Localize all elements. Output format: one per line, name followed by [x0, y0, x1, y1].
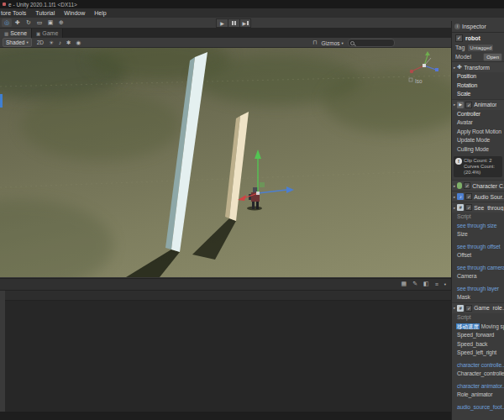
moving-speed-rest: Moving sp... [480, 323, 504, 329]
tag-row: Tag Untagged [452, 43, 504, 52]
shading-mode-dropdown[interactable]: Shaded ▾ [3, 38, 32, 47]
hidden-objects-toggle[interactable]: ◉ [76, 39, 81, 46]
offset-field-row[interactable]: Offset [452, 251, 504, 260]
menu-item-window[interactable]: Window [64, 10, 85, 16]
animator-update-mode-row[interactable]: Update Mode [452, 136, 504, 145]
snap-icon[interactable]: ⊓ [312, 39, 317, 46]
foldout-icon[interactable]: ▸ [454, 102, 455, 107]
step-button[interactable]: ▶ [239, 18, 251, 28]
split-view-icon[interactable]: ◧ [423, 281, 429, 287]
game-role-checkbox[interactable]: ✓ [465, 305, 472, 312]
animator-culling-mode-row[interactable]: Culling Mode [452, 145, 504, 155]
animator-controller-row[interactable]: Controller [452, 110, 504, 119]
hand-tool-button[interactable]: ◎ [2, 18, 12, 27]
orientation-label[interactable]: Iso [415, 78, 423, 84]
scale-tool-button[interactable]: ▭ [34, 18, 45, 27]
foldout-icon[interactable]: ▸ [454, 195, 455, 199]
move-tool-button[interactable]: ✚ [13, 18, 23, 27]
gizmos-dropdown[interactable]: Gizmos ▾ [321, 40, 343, 46]
active-checkbox[interactable]: ✓ [455, 34, 463, 42]
game-tab-label: Game [42, 30, 58, 36]
menu-bar: tore Tools Tutorial Window Help [0, 8, 504, 18]
animator-apply-root-motion-row[interactable]: Apply Root Motion [452, 128, 504, 137]
see-through-checkbox[interactable]: ✓ [465, 204, 472, 211]
speed-forward-field-row[interactable]: Speed_forward [452, 331, 504, 340]
transform-position-row[interactable]: Position [452, 72, 504, 81]
scene-search-input[interactable] [348, 39, 395, 47]
animator-section-header[interactable]: ▸ ▶ ✓ Animator [452, 99, 504, 110]
scene-view-toolbar: Shaded ▾ 2D ☀ ♪ ✱ ◉ ⊓ Gizmos ▾ [0, 38, 451, 48]
audio-source-section-header[interactable]: ▸ ♪ ✓ Audio Sour... [452, 191, 504, 202]
menu-item-store-tools[interactable]: tore Tools [1, 10, 26, 16]
mask-field-row[interactable]: Mask [452, 293, 504, 302]
tab-inspector[interactable]: i Inspector [452, 21, 504, 33]
audio-toggle[interactable]: ♪ [59, 39, 61, 45]
see-through-title: See_throug... [474, 205, 504, 211]
see-through-section-header[interactable]: ▸ # ✓ See_throug... [452, 202, 504, 213]
tab-game[interactable]: ▣ Game [32, 29, 63, 38]
speed-left-right-field-row[interactable]: Speed_left_right [452, 349, 504, 358]
script-field-row: Script [452, 313, 504, 323]
inspector-tab-label: Inspector [462, 24, 486, 29]
speed-back-field-row[interactable]: Speed_back [452, 340, 504, 349]
chevron-down-icon[interactable]: ▾ [444, 282, 446, 286]
animator-avatar-row[interactable]: Avatar [452, 118, 504, 128]
pause-button[interactable] [228, 18, 239, 28]
scene-tabstrip: ▦ Scene ▣ Game [0, 29, 451, 38]
animator-info-box: ! Clip Count: 2 Curves Count: (20.4%) [454, 156, 502, 177]
audio-source-checkbox[interactable]: ✓ [465, 193, 472, 200]
2d-toggle[interactable]: 2D [37, 39, 44, 45]
unity-window: e - Unity 2020.1.1f1 <DX11> tore Tools T… [0, 0, 504, 420]
bottom-panel-scrollbar[interactable] [0, 291, 5, 412]
role-animator-ref-row[interactable]: Role_animator [452, 391, 504, 400]
foldout-icon[interactable]: ▸ [454, 66, 455, 70]
tag-dropdown[interactable]: Untagged [467, 44, 494, 52]
wall-cream[interactable] [225, 112, 249, 221]
info-line-1: Clip Count: 2 [464, 158, 495, 164]
script-icon: # [457, 204, 464, 211]
camera-field-row[interactable]: Camera [452, 272, 504, 281]
play-button[interactable]: ▶ [216, 18, 228, 28]
character-animator-ref-label: character animator... [452, 382, 504, 391]
title-bar: e - Unity 2020.1.1f1 <DX11> [0, 0, 504, 8]
character-controller-checkbox[interactable]: ✓ [464, 182, 470, 189]
transform-rotation-row[interactable]: Rotation [452, 81, 504, 91]
transform-section-header[interactable]: ▸ ✚ Transform [452, 61, 504, 72]
scene-toolbar-right: ⊓ Gizmos ▾ [312, 39, 395, 47]
game-role-title: Game_role... [474, 305, 504, 311]
moving-speed-highlight: 移动速度 [456, 323, 480, 329]
gizmo-plane-handle [260, 182, 265, 187]
animator-icon: ▶ [457, 102, 464, 108]
menu-item-tutorial[interactable]: Tutorial [35, 10, 55, 16]
object-name: robot [465, 35, 480, 41]
foldout-icon[interactable]: ▸ [454, 206, 455, 210]
app-icon [3, 3, 6, 6]
scene-viewport[interactable]: Iso [0, 48, 451, 277]
transform-scale-row[interactable]: Scale [452, 90, 504, 99]
transform-tool-button[interactable]: ⊕ [56, 18, 66, 27]
wall-cream-shadow [192, 218, 236, 260]
menu-item-help[interactable]: Help [94, 10, 106, 16]
tag-label: Tag [455, 45, 465, 50]
effects-toggle[interactable]: ✱ [66, 39, 71, 46]
size-field-row[interactable]: Size [452, 230, 504, 239]
character-controller-section-header[interactable]: ▸ ✓ Character C... [452, 180, 504, 191]
foldout-icon[interactable]: ▸ [454, 306, 455, 310]
rect-tool-button[interactable]: ▣ [45, 18, 55, 27]
transform-gizmo[interactable] [238, 150, 294, 201]
character-controller-ref-row[interactable]: Character_controlle... [452, 370, 504, 379]
gizmo-z-axis [258, 190, 286, 193]
menu-icon[interactable]: ≡ [435, 281, 438, 287]
foldout-icon[interactable]: ▸ [454, 184, 455, 188]
animator-enabled-checkbox[interactable]: ✓ [465, 102, 472, 108]
rotate-tool-button[interactable]: ↻ [24, 18, 34, 27]
tab-scene[interactable]: ▦ Scene [0, 29, 32, 38]
scene-canvas[interactable]: Iso [0, 48, 451, 277]
character-controller-icon [457, 182, 462, 189]
script-field-row: Script [452, 213, 504, 222]
lighting-toggle[interactable]: ☀ [49, 39, 54, 46]
grid-icon[interactable]: ▦ [402, 281, 407, 287]
open-button[interactable]: Open [483, 53, 502, 61]
edit-icon[interactable]: ✎ [412, 281, 417, 287]
game-role-section-header[interactable]: ▸ # ✓ Game_role... [452, 302, 504, 313]
